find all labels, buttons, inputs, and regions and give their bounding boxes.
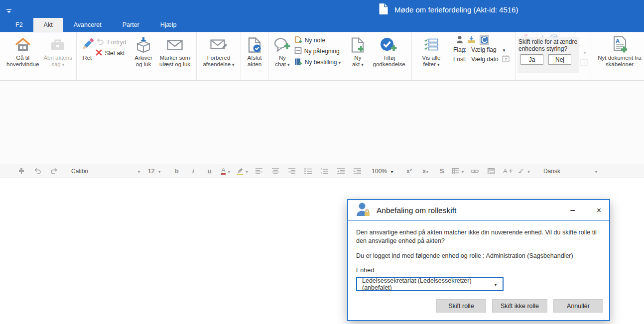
font-color-letter: A (221, 167, 226, 175)
font-family-dropdown[interactable]: Calibri (71, 168, 141, 175)
close-record-button[interactable]: Afslut akten (243, 34, 266, 69)
bullet-list-icon[interactable] (300, 168, 316, 174)
prepare-dispatch-button[interactable]: Forbered afsendelse (199, 34, 239, 69)
undo-button[interactable]: Fortryd (96, 37, 131, 47)
clear-formatting-button[interactable] (516, 167, 532, 175)
switch-role-button[interactable]: Skift rolle (436, 299, 486, 313)
archive-close-label: Arkivér og luk (133, 55, 154, 68)
switch-role-yes-button[interactable]: Ja (520, 54, 543, 65)
undo-label: Fortryd (107, 39, 126, 46)
zoom-dropdown[interactable]: 100% (372, 168, 394, 175)
document-icon (379, 3, 388, 16)
switch-role-prompt-text: Skift rolle for at ændre enhedens styrin… (518, 38, 577, 52)
tab-parter[interactable]: Parter (112, 18, 150, 32)
strikethrough-button[interactable]: S (434, 167, 450, 175)
highlight-button[interactable] (234, 167, 251, 175)
redo-toolbar-icon[interactable] (46, 168, 62, 175)
dialog-title-bar: Anbefaling om rolleskift – × (348, 200, 609, 221)
delete-record-button[interactable]: Slet akt (96, 48, 131, 58)
show-all-fields-label: Vis alle felter (415, 55, 447, 68)
numbered-list-icon[interactable]: 12 (316, 168, 333, 174)
enhed-label: Enhed (356, 267, 601, 274)
tab-hjaelp[interactable]: Hjælp (150, 18, 187, 32)
show-all-fields-button[interactable]: Vis alle felter (414, 34, 449, 69)
open-case-button[interactable]: Åbn aktens sag (41, 34, 74, 69)
record-window: Møde om feriefordeling (Akt-id: 4516) F2… (0, 0, 644, 324)
goto-main-window-button[interactable]: Gå til hovedvindue (4, 34, 41, 69)
bold-button[interactable]: b (168, 167, 185, 175)
window-title: Møde om feriefordeling (Akt-id: 4516) (379, 3, 518, 16)
quick-access-toolbar-icon[interactable] (6, 7, 12, 12)
document-check-icon (248, 35, 261, 54)
flag-select[interactable]: Vælg flag (471, 46, 502, 53)
cancel-button[interactable]: Annullér (553, 299, 603, 313)
dialog-buttons: Skift rolle Skift ikke rolle Annullér (436, 299, 603, 313)
archive-close-button[interactable]: Arkivér og luk (131, 34, 155, 69)
tab-f2[interactable]: F2 (5, 18, 33, 32)
chat-bubble-plus-icon (274, 35, 291, 54)
font-color-button[interactable]: A (218, 167, 234, 175)
minimize-icon[interactable]: – (570, 205, 575, 216)
zoom-arrow-icon (390, 168, 394, 175)
subscript-button[interactable]: x₂ (417, 167, 434, 175)
link-icon[interactable] (467, 169, 483, 174)
goto-main-window-label: Gå til hovedvindue (5, 55, 40, 68)
add-approval-label: Tilføj godkendelse (370, 55, 408, 68)
superscript-button[interactable]: x² (401, 167, 417, 175)
briefcase-icon (50, 35, 65, 54)
open-case-label: Åbn aktens sag (43, 55, 73, 68)
table-button[interactable] (450, 167, 467, 175)
new-document-from-template-button[interactable]: A Nyt dokument fra skabeloner (593, 34, 644, 69)
person-icon[interactable] (456, 35, 463, 45)
add-approval-button[interactable]: Tilføj godkendelse (369, 34, 409, 69)
close-icon[interactable]: × (597, 206, 601, 215)
align-center-icon[interactable] (267, 168, 283, 174)
underline-button[interactable]: u (201, 167, 218, 175)
font-effects-button[interactable]: A (500, 167, 516, 175)
new-annotation-button[interactable]: Ny påtegning (294, 46, 347, 56)
language-value: Dansk (543, 168, 560, 175)
page-plus-icon (351, 35, 365, 54)
clear-formatting-arrow-icon (526, 167, 530, 175)
enhed-dropdown[interactable]: Ledelsessekretariat (Ledelsessekretær) (… (356, 277, 504, 291)
ribbon-group-status: Afslut akten (241, 32, 268, 80)
italic-button[interactable]: i (185, 167, 201, 175)
pencil-icon (80, 35, 94, 54)
ribbon-group-administration: 7 Skift rolle for at ændre enhedens styr… (515, 32, 591, 80)
format-painter-icon[interactable] (13, 167, 29, 175)
decrease-indent-icon[interactable] (333, 168, 349, 174)
notepad-icon (294, 47, 302, 56)
undo-toolbar-icon[interactable] (29, 168, 46, 175)
svg-text:1: 1 (321, 168, 322, 171)
frist-date-select[interactable]: Vælg dato (471, 56, 502, 63)
calendar-icon[interactable]: 7 (502, 55, 513, 64)
flag-dropdown-arrow-icon[interactable] (502, 46, 513, 53)
font-size-dropdown[interactable]: 12 (148, 168, 161, 175)
new-note-button[interactable]: Ny note (294, 35, 347, 45)
ribbon-group-mig: Flag: Vælg flag Frist: Vælg dato 7 (451, 32, 515, 80)
tab-avanceret[interactable]: Avanceret (63, 18, 112, 32)
align-left-icon[interactable] (251, 168, 267, 174)
ribbon-tabs: F2 Akt Avanceret Parter Hjælp (0, 18, 644, 32)
dont-switch-role-button[interactable]: Skift ikke rolle (492, 299, 547, 313)
ribbon-group-skabeloner: A Nyt dokument fra skabeloner (591, 32, 644, 80)
new-chat-button[interactable]: Ny chat (270, 34, 294, 69)
switch-role-no-button[interactable]: Nej (548, 54, 571, 65)
approval-check-plus-icon (380, 35, 398, 54)
edit-button[interactable]: Ret (79, 34, 96, 62)
language-dropdown[interactable]: Dansk (543, 168, 598, 175)
zoom-value: 100% (372, 168, 387, 175)
inbox-tray-icon[interactable] (467, 36, 476, 45)
font-family-value: Calibri (71, 168, 88, 175)
align-right-icon[interactable] (283, 168, 300, 174)
image-icon[interactable] (483, 168, 500, 174)
new-chat-label: Ny chat (272, 55, 293, 68)
new-record-button[interactable]: Ny akt (347, 34, 369, 69)
tab-akt[interactable]: Akt (33, 18, 63, 32)
increase-indent-icon[interactable] (349, 168, 366, 174)
mark-unread-close-button[interactable]: Markér som ulæst og luk (155, 34, 194, 69)
svg-text:2: 2 (321, 172, 322, 174)
dialog-paragraph-1: Den ansvarlige enhed på akten matcher ik… (356, 228, 601, 245)
current-division-toggle-icon[interactable] (480, 35, 489, 45)
new-request-button[interactable]: Ny bestilling (294, 57, 347, 67)
